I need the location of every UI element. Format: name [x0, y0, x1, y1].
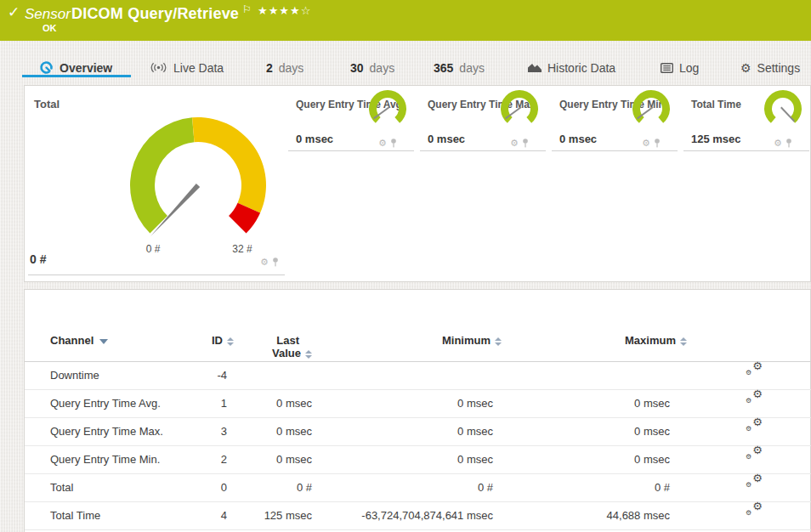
pin-icon[interactable] [785, 139, 792, 148]
column-header-id[interactable]: ID [149, 334, 234, 347]
active-tab-underline [22, 75, 131, 77]
tab-2-days-number: 2 [266, 61, 273, 75]
star-filled-icon[interactable]: ★★★★ [258, 4, 301, 17]
cell-maximum: 0 # [655, 473, 670, 501]
tab-2-days[interactable]: 2 days [266, 59, 303, 76]
table-row-query-entry-time-avg: Query Entry Time Avg. 1 0 msec 0 msec 0 … [25, 389, 811, 418]
area-chart-icon [528, 62, 542, 73]
cell-last-value: 0 msec [276, 417, 312, 445]
gauge-settings-gear-icon[interactable]: ⚙ [642, 139, 650, 148]
tab-overview-label: Overview [60, 61, 112, 75]
pin-icon[interactable] [390, 139, 397, 148]
mini-gauge-chart [630, 89, 672, 127]
pin-icon[interactable] [522, 139, 529, 148]
priority-stars[interactable]: ★★★★☆ [258, 4, 311, 17]
gauge-query-entry-time-min: Query Entry Time Min. 0 msec ⚙ [552, 86, 678, 151]
table-row-downtime: Downtime -4 ⚙⚙ [25, 361, 811, 390]
star-empty-icon[interactable]: ☆ [301, 4, 312, 17]
channels-table-panel: Channel ID Last Value Minimum Maximum Do… [24, 289, 811, 532]
tab-365-days[interactable]: 365 days [434, 59, 485, 76]
cell-maximum: 0 msec [634, 417, 670, 445]
page-title: DICOM Query/Retrieve [71, 5, 239, 23]
table-row-query-entry-time-max: Query Entry Time Max. 3 0 msec 0 msec 0 … [25, 417, 811, 446]
tab-settings[interactable]: ⚙ Settings [740, 59, 800, 76]
column-header-minimum-label: Minimum [442, 334, 491, 347]
cell-channel: Query Entry Time Avg. [50, 389, 161, 417]
broadcast-icon [150, 62, 167, 73]
tab-30-days[interactable]: 30 days [350, 59, 394, 76]
prtg-sensor-overview-page: { "colors": { "header_green": "#b1bf11",… [0, 0, 811, 532]
gauge-total-title: Total [34, 98, 60, 110]
cell-last-value: 0 msec [276, 445, 312, 473]
tab-30-days-unit: days [370, 61, 395, 75]
column-header-last-value[interactable]: Last Value [227, 334, 312, 359]
tab-historic-data-label: Historic Data [547, 61, 615, 75]
gear-icon: ⚙ [740, 62, 751, 74]
column-header-minimum[interactable]: Minimum [348, 334, 502, 347]
gauge-value: 0 msec [428, 133, 465, 145]
mini-gauge-chart [366, 89, 409, 127]
gauge-scale-max: 32 # [217, 243, 268, 255]
gauge-settings-gear-icon[interactable]: ⚙ [510, 139, 519, 148]
pin-icon[interactable] [654, 139, 661, 148]
channel-settings-icon[interactable]: ⚙⚙ [746, 501, 763, 518]
column-header-channel-label: Channel [50, 334, 94, 347]
cell-maximum: 44,688 msec [607, 501, 670, 529]
cell-channel: Query Entry Time Min. [50, 445, 160, 473]
sensor-header: ✓ Sensor DICOM Query/Retrieve ⚐ ★★★★☆ OK [0, 0, 811, 41]
cell-id: 4 [221, 501, 227, 529]
channel-settings-icon[interactable]: ⚙⚙ [746, 445, 763, 462]
cell-maximum: 0 msec [634, 445, 670, 473]
gauge-value: 0 msec [559, 133, 597, 145]
gauge-query-entry-time-avg: Query Entry Time Avg. 0 msec ⚙ [288, 86, 414, 151]
sensor-kind-label: Sensor [25, 6, 71, 23]
gauges-panel: Total 0 # 32 # 0 # ⚙ Query Entry Time Av… [24, 85, 811, 282]
gauge-total-value: 0 # [30, 252, 46, 266]
tab-365-days-number: 365 [434, 61, 453, 75]
channel-settings-icon[interactable]: ⚙⚙ [746, 473, 763, 490]
pin-icon[interactable] [272, 258, 279, 267]
cell-channel: Total Time [50, 501, 100, 529]
cell-id: 2 [221, 445, 227, 473]
gauge-settings-gear-icon[interactable]: ⚙ [378, 139, 387, 148]
cell-id: 1 [221, 389, 227, 417]
sort-desc-icon [99, 339, 108, 344]
cell-last-value: 0 # [297, 473, 312, 501]
gauge-icon [39, 60, 54, 75]
sort-both-icon [495, 337, 502, 346]
gauge-settings-gear-icon[interactable]: ⚙ [260, 258, 269, 267]
column-header-maximum-label: Maximum [625, 334, 676, 347]
tab-live-data[interactable]: Live Data [150, 59, 224, 76]
cell-channel: Downtime [50, 361, 99, 389]
channel-settings-icon[interactable]: ⚙⚙ [746, 417, 763, 434]
column-header-maximum[interactable]: Maximum [535, 334, 687, 347]
channel-settings-icon[interactable]: ⚙⚙ [746, 361, 763, 378]
tab-overview[interactable]: Overview [39, 59, 112, 76]
tab-log[interactable]: Log [661, 59, 699, 76]
column-header-channel[interactable]: Channel [50, 334, 108, 347]
table-row-total-time: Total Time 4 125 msec -63,724,704,874,64… [25, 501, 811, 530]
cell-minimum: -63,724,704,874,641 msec [361, 501, 493, 529]
column-header-value-label: Value [272, 347, 301, 359]
gauge-query-entry-time-max: Query Entry Time Max. 0 msec ⚙ [420, 86, 546, 151]
tab-historic-data[interactable]: Historic Data [528, 59, 615, 76]
gauge-title: Total Time [691, 99, 741, 110]
gauge-value: 0 msec [296, 133, 333, 145]
cell-id: -4 [217, 361, 227, 389]
log-list-icon [661, 63, 673, 73]
flag-icon[interactable]: ⚐ [242, 3, 252, 15]
gauge-settings-gear-icon[interactable]: ⚙ [774, 139, 782, 148]
cell-minimum: 0 msec [457, 389, 493, 417]
channel-settings-icon[interactable]: ⚙⚙ [746, 389, 763, 406]
tab-live-data-label: Live Data [173, 61, 224, 75]
column-header-id-label: ID [212, 334, 223, 347]
mini-gauge-chart [762, 89, 804, 127]
column-header-last-label: Last [227, 334, 312, 347]
total-gauge-chart [113, 107, 283, 256]
tab-365-days-unit: days [459, 61, 485, 75]
cell-minimum: 0 msec [457, 445, 493, 473]
table-row-query-entry-time-min: Query Entry Time Min. 2 0 msec 0 msec 0 … [25, 445, 811, 474]
mini-gauge-chart [498, 89, 541, 127]
cell-channel: Total [50, 473, 73, 501]
status-check-icon: ✓ [8, 3, 20, 21]
